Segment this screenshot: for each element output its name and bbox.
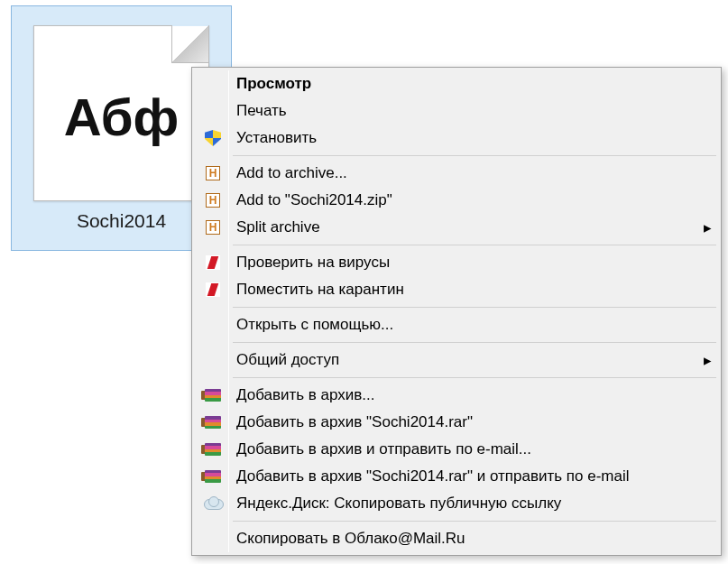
menu-item-yandex-disk[interactable]: Яндекс.Диск: Скопировать публичную ссылк… — [195, 490, 718, 517]
menu-item-preview[interactable]: Просмотр — [195, 70, 718, 97]
menu-label: Добавить в архив "Sochi2014.rar" — [231, 413, 718, 431]
menu-label: Открыть с помощью... — [231, 316, 718, 334]
menu-separator — [233, 521, 716, 522]
kaspersky-icon — [206, 282, 220, 297]
menu-label: Яндекс.Диск: Скопировать публичную ссылк… — [231, 495, 718, 513]
hamster-icon: H — [206, 166, 220, 180]
file-label: Sochi2014 — [77, 210, 166, 232]
menu-separator — [233, 307, 716, 308]
menu-item-quarantine[interactable]: Поместить на карантин — [195, 276, 718, 303]
shield-icon — [205, 130, 221, 146]
menu-item-open-with[interactable]: Открыть с помощью... — [195, 311, 718, 338]
menu-separator — [233, 155, 716, 156]
menu-item-mailru-cloud[interactable]: Скопировать в Облако@Mail.Ru — [195, 525, 718, 552]
winrar-icon — [205, 416, 221, 429]
menu-separator — [233, 245, 716, 245]
menu-label: Добавить в архив и отправить по e-mail..… — [231, 440, 718, 458]
hamster-icon: H — [206, 220, 220, 235]
menu-item-rar-email[interactable]: Добавить в архив и отправить по e-mail..… — [195, 436, 718, 463]
menu-item-virus-check[interactable]: Проверить на вирусы — [195, 249, 718, 276]
menu-label: Проверить на вирусы — [231, 254, 718, 272]
menu-label: Просмотр — [231, 75, 718, 93]
menu-label: Split archive — [231, 218, 696, 236]
menu-item-print[interactable]: Печать — [195, 97, 718, 125]
menu-separator — [233, 342, 716, 343]
cloud-icon — [204, 498, 222, 510]
menu-item-install[interactable]: Установить — [195, 125, 718, 152]
menu-item-rar-add-named[interactable]: Добавить в архив "Sochi2014.rar" — [195, 409, 718, 436]
submenu-arrow-icon: ▸ — [696, 218, 718, 237]
menu-item-add-zip[interactable]: H Add to "Sochi2014.zip" — [195, 187, 718, 214]
menu-item-rar-named-email[interactable]: Добавить в архив "Sochi2014.rar" и отпра… — [195, 463, 718, 490]
winrar-icon — [205, 443, 221, 456]
menu-item-rar-add[interactable]: Добавить в архив... — [195, 382, 718, 409]
submenu-arrow-icon: ▸ — [696, 351, 718, 370]
menu-label: Скопировать в Облако@Mail.Ru — [231, 530, 718, 548]
menu-label: Поместить на карантин — [231, 281, 718, 299]
menu-label: Установить — [231, 129, 718, 147]
menu-label: Добавить в архив "Sochi2014.rar" и отпра… — [231, 467, 718, 485]
menu-label: Добавить в архив... — [231, 386, 718, 404]
file-thumbnail-text: Абф — [64, 87, 180, 147]
menu-label: Общий доступ — [231, 351, 696, 369]
menu-label: Add to "Sochi2014.zip" — [231, 191, 718, 209]
menu-item-add-archive[interactable]: H Add to archive... — [195, 160, 718, 187]
menu-item-share[interactable]: Общий доступ ▸ — [195, 347, 718, 374]
menu-label: Add to archive... — [231, 164, 718, 182]
winrar-icon — [205, 470, 221, 483]
winrar-icon — [205, 389, 221, 402]
kaspersky-icon — [206, 255, 220, 270]
hamster-icon: H — [206, 193, 220, 208]
context-menu: Просмотр Печать Установить H Add to arch… — [191, 67, 722, 556]
menu-label: Печать — [231, 102, 718, 120]
menu-item-split-archive[interactable]: H Split archive ▸ — [195, 214, 718, 241]
menu-separator — [233, 377, 716, 378]
file-thumbnail: Абф — [33, 25, 209, 201]
